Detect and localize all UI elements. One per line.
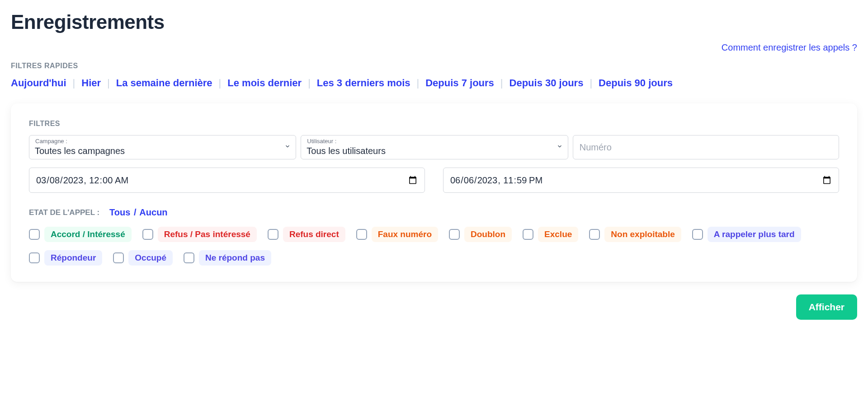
state-tag-label: Répondeur (44, 250, 102, 266)
state-tag-group: Accord / Intéressé (29, 227, 132, 242)
state-select-none[interactable]: Aucun (139, 207, 167, 217)
state-checkbox[interactable] (589, 229, 600, 240)
state-checkbox[interactable] (523, 229, 533, 240)
quick-filter-7-days[interactable]: Depuis 7 jours (425, 77, 494, 89)
state-tag-group: Faux numéro (356, 227, 438, 242)
state-checkbox[interactable] (142, 229, 153, 240)
state-tag-group: Ne répond pas (184, 250, 271, 266)
separator: | (73, 77, 75, 89)
quick-filters: Aujourd'hui | Hier | La semaine dernière… (11, 77, 857, 89)
state-checkbox[interactable] (113, 252, 124, 263)
separator: | (308, 77, 311, 89)
state-tag-label: Doublon (464, 227, 512, 242)
state-checkbox[interactable] (692, 229, 703, 240)
quick-filter-last-week[interactable]: La semaine dernière (116, 77, 212, 89)
state-tag-label: Refus direct (283, 227, 345, 242)
state-tag-group: Refus direct (268, 227, 345, 242)
utilisateur-select[interactable]: Tous les utilisateurs (301, 135, 568, 159)
state-tag-label: Faux numéro (372, 227, 438, 242)
separator: / (134, 207, 137, 217)
separator: | (590, 77, 592, 89)
date-from-input[interactable] (29, 168, 425, 193)
quick-filter-yesterday[interactable]: Hier (81, 77, 101, 89)
state-tag-group: Occupé (113, 250, 173, 266)
numero-input[interactable] (573, 135, 839, 159)
separator: | (219, 77, 222, 89)
filters-card: FILTRES Campagne : Toutes les campagnes … (11, 103, 857, 282)
quick-filters-label: FILTRES RAPIDES (11, 62, 857, 70)
state-tag-group: Doublon (449, 227, 512, 242)
state-checkbox[interactable] (29, 229, 40, 240)
state-tag-label: A rappeler plus tard (708, 227, 801, 242)
quick-filter-today[interactable]: Aujourd'hui (11, 77, 66, 89)
separator: | (417, 77, 420, 89)
state-tag-label: Accord / Intéressé (44, 227, 132, 242)
state-tag-label: Occupé (128, 250, 173, 266)
state-tag-group: Répondeur (29, 250, 102, 266)
state-checkbox[interactable] (184, 252, 194, 263)
quick-filter-30-days[interactable]: Depuis 30 jours (509, 77, 584, 89)
quick-filter-last-month[interactable]: Le mois dernier (227, 77, 302, 89)
page-title: Enregistrements (11, 11, 857, 33)
state-tag-group: Exclue (523, 227, 578, 242)
quick-filter-90-days[interactable]: Depuis 90 jours (599, 77, 673, 89)
state-tag-label: Exclue (538, 227, 578, 242)
quick-filter-last-3-months[interactable]: Les 3 derniers mois (317, 77, 410, 89)
state-tag-group: Refus / Pas intéressé (142, 227, 257, 242)
state-checkbox[interactable] (268, 229, 278, 240)
state-checkbox[interactable] (356, 229, 367, 240)
state-tag-group: Non exploitable (589, 227, 681, 242)
state-tag-group: A rappeler plus tard (692, 227, 801, 242)
state-tag-label: Ne répond pas (199, 250, 271, 266)
state-checkbox[interactable] (449, 229, 460, 240)
filters-label: FILTRES (29, 120, 839, 128)
date-to-input[interactable] (443, 168, 839, 193)
afficher-button[interactable]: Afficher (796, 294, 857, 320)
state-tag-label: Refus / Pas intéressé (158, 227, 257, 242)
state-tag-label: Non exploitable (604, 227, 681, 242)
state-checkbox[interactable] (29, 252, 40, 263)
campagne-select[interactable]: Toutes les campagnes (29, 135, 296, 159)
separator: | (500, 77, 503, 89)
call-state-label: ETAT DE L'APPEL : (29, 208, 99, 217)
help-link[interactable]: Comment enregistrer les appels ? (722, 42, 857, 52)
separator: | (107, 77, 110, 89)
state-select-all[interactable]: Tous (109, 207, 130, 217)
state-tags: Accord / IntéresséRefus / Pas intéresséR… (29, 227, 839, 266)
